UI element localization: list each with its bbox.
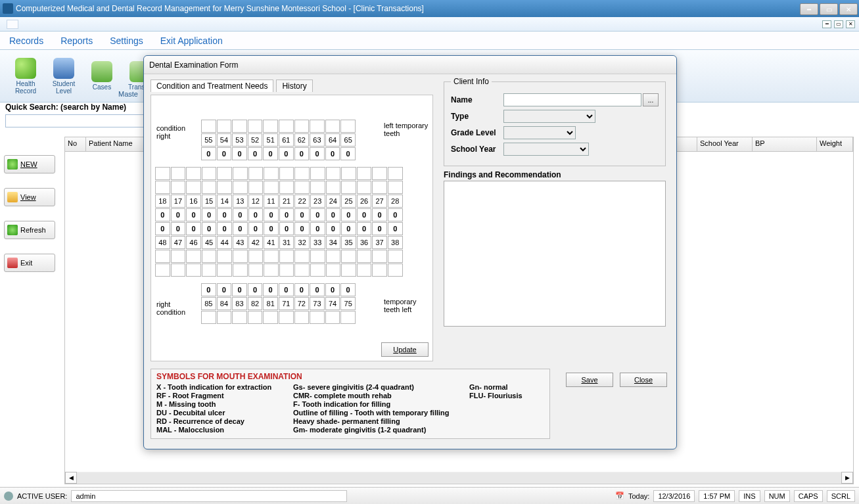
scroll-left-icon[interactable]: ◀ bbox=[65, 472, 77, 484]
tooth-cell[interactable] bbox=[388, 181, 403, 194]
app-menu-icon[interactable] bbox=[7, 20, 18, 29]
col-no[interactable]: No bbox=[65, 137, 86, 151]
tooth-cell[interactable] bbox=[310, 311, 325, 324]
tooth-cell[interactable] bbox=[326, 250, 341, 263]
refresh-button[interactable]: Refresh bbox=[4, 221, 55, 239]
tooth-cell[interactable] bbox=[171, 263, 186, 277]
tooth-cell[interactable] bbox=[326, 167, 341, 180]
tooth-cell[interactable] bbox=[326, 263, 341, 277]
tooth-cell[interactable] bbox=[233, 263, 248, 277]
tooth-cell[interactable] bbox=[171, 181, 186, 194]
tooth-cell[interactable] bbox=[294, 120, 310, 133]
tooth-cell[interactable] bbox=[248, 167, 264, 180]
tooth-cell[interactable] bbox=[372, 250, 387, 263]
tooth-cell[interactable] bbox=[357, 263, 372, 277]
save-button[interactable]: Save bbox=[566, 373, 613, 387]
maximize-button[interactable]: ▭ bbox=[820, 3, 838, 15]
minimize-button[interactable]: ━ bbox=[800, 3, 818, 15]
tooth-cell[interactable] bbox=[233, 167, 248, 180]
tooth-cell[interactable] bbox=[155, 263, 170, 277]
year-select[interactable] bbox=[503, 143, 589, 156]
tooth-cell[interactable] bbox=[372, 263, 387, 277]
tooth-cell[interactable] bbox=[171, 250, 186, 263]
tab-history[interactable]: History bbox=[276, 80, 312, 92]
tooth-cell[interactable] bbox=[202, 263, 217, 277]
tab-condition[interactable]: Condition and Treatment Needs bbox=[151, 80, 273, 92]
tooth-cell[interactable] bbox=[155, 250, 170, 263]
tooth-cell[interactable] bbox=[202, 250, 217, 263]
tooth-cell[interactable] bbox=[217, 311, 232, 324]
tooth-cell[interactable] bbox=[388, 167, 403, 180]
close-window-button[interactable]: ✕ bbox=[839, 3, 858, 15]
tooth-cell[interactable] bbox=[310, 181, 325, 194]
tooth-cell[interactable] bbox=[341, 263, 356, 277]
tooth-cell[interactable] bbox=[248, 250, 264, 263]
tooth-cell[interactable] bbox=[263, 311, 278, 324]
tooth-cell[interactable] bbox=[186, 167, 201, 180]
tooth-cell[interactable] bbox=[186, 181, 201, 194]
mdi-close-button[interactable]: ✕ bbox=[846, 20, 855, 28]
tooth-cell[interactable] bbox=[325, 311, 340, 324]
tooth-cell[interactable] bbox=[248, 311, 263, 324]
exit-button[interactable]: Exit bbox=[4, 254, 55, 272]
mdi-minimize-button[interactable]: ━ bbox=[822, 20, 831, 28]
tooth-cell[interactable] bbox=[202, 181, 217, 194]
ribbon-cases[interactable]: Cases bbox=[83, 61, 121, 91]
tooth-cell[interactable] bbox=[294, 250, 310, 263]
tooth-cell[interactable] bbox=[264, 167, 279, 180]
tooth-cell[interactable] bbox=[279, 311, 294, 324]
horizontal-scrollbar[interactable]: ◀ ▶ bbox=[65, 472, 853, 484]
tooth-cell[interactable] bbox=[326, 181, 341, 194]
tooth-cell[interactable] bbox=[388, 263, 403, 277]
tooth-cell[interactable] bbox=[171, 167, 186, 180]
tooth-cell[interactable] bbox=[294, 181, 310, 194]
tooth-cell[interactable] bbox=[279, 167, 294, 180]
tooth-cell[interactable] bbox=[325, 120, 340, 133]
tooth-cell[interactable] bbox=[248, 120, 263, 133]
findings-textarea[interactable] bbox=[444, 181, 666, 327]
tooth-cell[interactable] bbox=[155, 167, 170, 180]
tooth-cell[interactable] bbox=[372, 181, 387, 194]
ribbon-student-level[interactable]: Student Level bbox=[45, 58, 83, 95]
tooth-cell[interactable] bbox=[217, 120, 232, 133]
tooth-cell[interactable] bbox=[263, 120, 278, 133]
ribbon-health-record[interactable]: Health Record bbox=[7, 58, 45, 95]
new-button[interactable]: NEW bbox=[4, 155, 55, 173]
tooth-cell[interactable] bbox=[357, 250, 372, 263]
menu-settings[interactable]: Settings bbox=[110, 35, 143, 46]
tooth-cell[interactable] bbox=[340, 120, 356, 133]
tooth-cell[interactable] bbox=[294, 167, 310, 180]
tooth-cell[interactable] bbox=[372, 167, 387, 180]
browse-name-button[interactable]: ... bbox=[643, 93, 659, 106]
close-button[interactable]: Close bbox=[620, 373, 667, 387]
tooth-cell[interactable] bbox=[264, 263, 279, 277]
menu-records[interactable]: Records bbox=[9, 35, 43, 46]
view-button[interactable]: View bbox=[4, 188, 55, 206]
tooth-cell[interactable] bbox=[233, 181, 248, 194]
grade-select[interactable] bbox=[503, 126, 576, 139]
tooth-cell[interactable] bbox=[388, 250, 403, 263]
scroll-right-icon[interactable]: ▶ bbox=[841, 472, 853, 484]
tooth-cell[interactable] bbox=[217, 181, 232, 194]
tooth-cell[interactable] bbox=[341, 250, 356, 263]
tooth-cell[interactable] bbox=[248, 181, 264, 194]
tooth-cell[interactable] bbox=[248, 263, 264, 277]
tooth-cell[interactable] bbox=[232, 311, 247, 324]
tooth-cell[interactable] bbox=[341, 181, 356, 194]
tooth-cell[interactable] bbox=[186, 263, 201, 277]
tooth-cell[interactable] bbox=[201, 120, 216, 133]
tooth-cell[interactable] bbox=[294, 311, 310, 324]
scroll-track[interactable] bbox=[77, 472, 841, 483]
tooth-cell[interactable] bbox=[310, 167, 325, 180]
tooth-cell[interactable] bbox=[202, 167, 217, 180]
tooth-cell[interactable] bbox=[155, 181, 170, 194]
col-weight[interactable]: Weight bbox=[817, 137, 853, 151]
tooth-cell[interactable] bbox=[217, 167, 232, 180]
tooth-cell[interactable] bbox=[341, 167, 356, 180]
tooth-cell[interactable] bbox=[232, 120, 247, 133]
tooth-cell[interactable] bbox=[201, 311, 216, 324]
tooth-cell[interactable] bbox=[186, 250, 201, 263]
tooth-cell[interactable] bbox=[279, 250, 294, 263]
tooth-cell[interactable] bbox=[217, 263, 232, 277]
tooth-cell[interactable] bbox=[340, 311, 356, 324]
